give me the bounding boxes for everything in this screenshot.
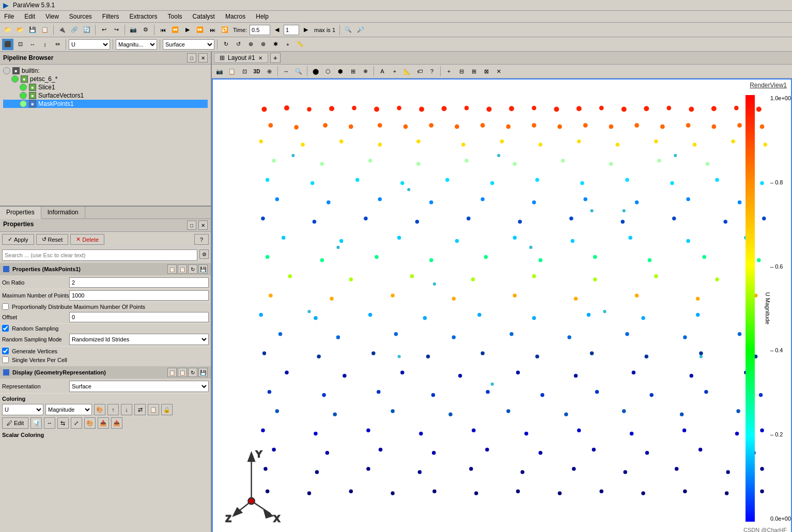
- single-vertex-checkbox[interactable]: [2, 356, 9, 363]
- freeze-sel-btn[interactable]: ❄: [360, 66, 371, 77]
- offset-input[interactable]: [69, 312, 209, 322]
- menu-edit[interactable]: Edit: [22, 12, 37, 21]
- display-refresh-btn[interactable]: ↻: [188, 368, 197, 377]
- export-btn[interactable]: 📤: [111, 417, 122, 429]
- eye-maskpoints[interactable]: [20, 100, 27, 107]
- split-v-btn[interactable]: ⊞: [468, 66, 479, 77]
- select-cell-btn[interactable]: ↕: [39, 39, 51, 50]
- annotate-btn[interactable]: 🏷: [414, 66, 425, 77]
- view-fullscreen-btn[interactable]: ⊡: [239, 66, 250, 77]
- select-pts-surf-btn[interactable]: ⬤: [310, 66, 321, 77]
- max-points-input[interactable]: [69, 290, 209, 301]
- find-btn[interactable]: +: [282, 39, 293, 50]
- undo-btn[interactable]: ↩: [98, 24, 110, 36]
- view-copy-btn[interactable]: 📋: [226, 66, 238, 77]
- eye-slice[interactable]: [20, 84, 27, 91]
- first-frame-btn[interactable]: ⏮: [157, 24, 168, 36]
- coloring-copy-btn[interactable]: 📋: [148, 404, 159, 415]
- connection-btn[interactable]: 🔌: [56, 24, 68, 36]
- menu-help[interactable]: Help: [254, 12, 271, 21]
- representation-select[interactable]: Surface: [163, 39, 214, 50]
- refresh-btn[interactable]: 🔄: [81, 24, 92, 36]
- save-btn[interactable]: 💾: [27, 24, 38, 36]
- variable-select[interactable]: U: [69, 39, 110, 50]
- scale-btn[interactable]: ⊕: [245, 39, 256, 50]
- rescale2-btn[interactable]: ⇆: [57, 417, 69, 429]
- proportional-checkbox[interactable]: [2, 303, 9, 310]
- display-paste-btn[interactable]: 📋: [178, 368, 187, 377]
- reset-view-btn[interactable]: ↔: [281, 66, 292, 77]
- mode-3d-btn[interactable]: 3D: [251, 66, 262, 77]
- pipeline-item-slice[interactable]: ■ Slice1: [3, 83, 208, 91]
- props-restore-btn[interactable]: □: [187, 221, 196, 230]
- menu-extractors[interactable]: Extractors: [128, 12, 160, 21]
- paste-default-btn[interactable]: 📋: [178, 264, 187, 274]
- split-h-btn[interactable]: ⊟: [456, 66, 467, 77]
- generate-vertices-checkbox[interactable]: [2, 348, 9, 354]
- zoom-btn[interactable]: 🔍: [343, 24, 354, 36]
- save-state-btn[interactable]: 📋: [39, 24, 51, 36]
- search-input[interactable]: [2, 249, 197, 261]
- coloring-mode-select[interactable]: Magnitude: [45, 404, 92, 415]
- ruler-btn[interactable]: 📏: [294, 39, 306, 50]
- apply-button[interactable]: ✓ Apply: [2, 234, 34, 245]
- disconnect-btn[interactable]: 🔗: [69, 24, 80, 36]
- coloring-down-btn[interactable]: ↓: [121, 404, 132, 415]
- pipeline-item-petsc[interactable]: ■ petsc_6_*: [3, 75, 208, 83]
- zoom-to-box-btn[interactable]: 🔍: [293, 66, 304, 77]
- pipeline-close-btn[interactable]: ✕: [198, 53, 208, 62]
- last-frame-btn[interactable]: ⏭: [207, 24, 218, 36]
- mode-select[interactable]: Magnitu...: [116, 39, 157, 50]
- eye-surfacevectors[interactable]: [20, 92, 27, 99]
- new-file-btn[interactable]: 📁: [2, 24, 13, 36]
- ruler-view-btn[interactable]: 📐: [401, 66, 413, 77]
- inspect-cell-btn[interactable]: ⇔: [52, 39, 63, 50]
- close-view-btn[interactable]: ✕: [493, 66, 504, 77]
- layout-tab-close[interactable]: ✕: [258, 55, 262, 61]
- prev-frame-btn[interactable]: ⏪: [169, 24, 181, 36]
- menu-file[interactable]: File: [2, 12, 16, 21]
- select-cell-surf-btn[interactable]: ⬡: [322, 66, 334, 77]
- props-close-btn[interactable]: ✕: [198, 221, 208, 230]
- render-area[interactable]: RenderView1: [212, 79, 792, 532]
- eye-builtin[interactable]: [3, 67, 10, 74]
- pipeline-item-builtin[interactable]: ■ builtin:: [3, 67, 208, 75]
- coloring-lock-btn[interactable]: 🔒: [161, 404, 173, 415]
- rotate-right-btn[interactable]: ↻: [220, 39, 231, 50]
- drag-sel-btn[interactable]: ⊞: [347, 66, 359, 77]
- sampling-mode-select[interactable]: Randomized Id Strides: [69, 334, 209, 345]
- pipeline-item-surfacevectors[interactable]: ■ SurfaceVectors1: [3, 91, 208, 100]
- edit-button[interactable]: 🖊 Edit: [2, 417, 28, 429]
- time-prev-btn[interactable]: ◀: [271, 24, 283, 36]
- redo-btn[interactable]: ↪: [111, 24, 122, 36]
- select-pts-btn[interactable]: ✱: [270, 39, 281, 50]
- flip-btn[interactable]: ⊗: [257, 39, 269, 50]
- maximize-view-btn[interactable]: ⊠: [480, 66, 492, 77]
- representation-select-prop[interactable]: Surface Wireframe Points: [69, 381, 209, 392]
- tab-properties[interactable]: Properties: [0, 207, 41, 219]
- show-colorbar-btn[interactable]: 📊: [30, 417, 42, 429]
- layout-add-btn[interactable]: +: [270, 53, 281, 63]
- import-btn[interactable]: 📥: [98, 417, 109, 429]
- tab-information[interactable]: Information: [41, 207, 85, 218]
- coloring-palette-btn[interactable]: 🎨: [94, 404, 105, 415]
- rotate-left-btn[interactable]: ↺: [232, 39, 244, 50]
- layout-tab-1[interactable]: ⊞ Layout #1 ✕: [214, 53, 268, 63]
- next-frame-btn[interactable]: ⏩: [194, 24, 206, 36]
- view-interact-btn[interactable]: ⊕: [263, 66, 275, 77]
- reload-btn[interactable]: ↻: [188, 264, 197, 274]
- loop-btn[interactable]: 🔁: [219, 24, 230, 36]
- play-btn[interactable]: ▶: [182, 24, 193, 36]
- time-step-input[interactable]: [284, 25, 299, 35]
- eye-petsc[interactable]: [11, 75, 19, 83]
- coloring-flip-btn[interactable]: ⇄: [134, 404, 146, 415]
- interact-btn[interactable]: ↔: [27, 39, 38, 50]
- select-surface-btn[interactable]: ⊡: [14, 39, 26, 50]
- on-ratio-input[interactable]: [69, 277, 209, 288]
- time-next-btn[interactable]: ▶: [300, 24, 312, 36]
- pipeline-restore-btn[interactable]: □: [187, 53, 196, 62]
- pipeline-item-maskpoints[interactable]: ■ MaskPoints1: [3, 100, 208, 108]
- view-screenshot-btn[interactable]: 📷: [214, 66, 225, 77]
- random-sampling-checkbox[interactable]: [2, 325, 9, 332]
- copy-to-default-btn[interactable]: 📋: [167, 264, 177, 274]
